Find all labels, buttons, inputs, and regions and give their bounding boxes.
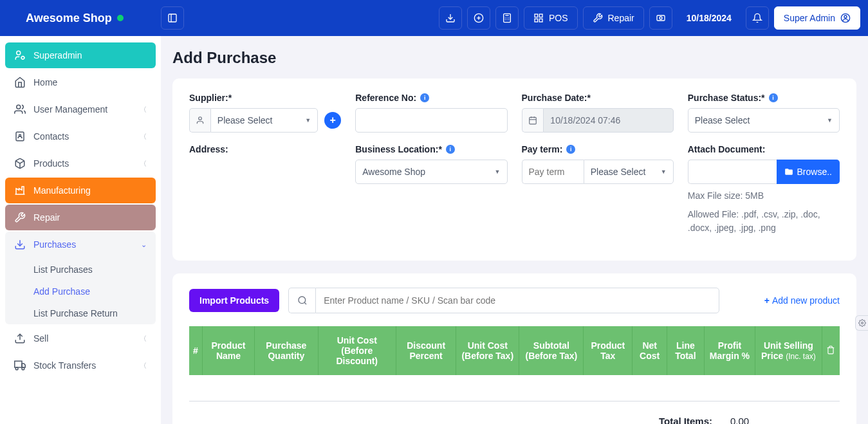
page-title: Add Purchase [172,49,856,67]
svg-point-41 [861,322,863,324]
svg-point-23 [21,57,24,60]
supplier-select[interactable]: Please Select [210,108,318,133]
home-icon [14,77,26,88]
add-supplier-button[interactable]: + [324,112,341,129]
col-product-tax: Product Tax [584,326,633,375]
cash-register-button[interactable] [649,6,672,30]
svg-rect-0 [169,14,176,22]
svg-rect-30 [15,361,22,367]
col-number: # [189,326,202,375]
purchase-date-input[interactable] [543,108,673,133]
sidebar-item-superadmin[interactable]: Superadmin [5,42,156,68]
wrench-icon [593,13,603,23]
main-content: Add Purchase Supplier:* Please Select + … [161,36,868,424]
svg-point-22 [17,51,21,55]
download-button[interactable] [439,6,462,30]
pos-button[interactable]: POS [524,6,578,30]
business-location-select[interactable]: Awesome Shop [355,160,507,184]
chevron-left-icon: 〈 [140,159,147,169]
reference-no-input[interactable] [355,108,507,133]
calendar-icon [522,108,544,133]
add-new-product-link[interactable]: + Add new product [764,295,840,306]
truck-icon [14,360,26,371]
user-menu-button[interactable]: Super Admin [774,6,860,30]
download-icon [445,13,456,23]
sidebar-item-contacts[interactable]: Contacts 〈 [5,124,156,149]
repair-label: Repair [608,13,634,23]
info-icon[interactable]: i [769,93,778,102]
panel-left-icon [167,13,178,23]
purchase-status-select[interactable]: Please Select [688,108,840,133]
svg-rect-35 [530,117,537,124]
search-icon [288,288,315,313]
package-icon [14,158,26,169]
col-delete [822,326,840,375]
sidebar-label: Contacts [33,131,69,142]
svg-point-33 [22,367,24,370]
svg-point-19 [660,17,662,19]
sidebar-item-sell[interactable]: Sell 〈 [5,326,156,351]
svg-rect-17 [539,19,542,22]
sidebar-sub-add-purchase[interactable]: Add Purchase [5,281,156,302]
add-circle-button[interactable] [467,6,490,30]
grid-icon [533,13,544,23]
purchase-date-label: Purchase Date:* [522,93,674,103]
sidebar-toggle-button[interactable] [161,6,184,30]
address-label: Address: [189,144,341,154]
status-dot-icon [117,15,124,21]
sidebar-sub-list-purchase-return[interactable]: List Purchase Return [5,302,156,324]
top-header: Awesome Shop POS Repair 10/18/2024 [0,0,868,36]
attach-document-input[interactable] [688,160,777,184]
svg-line-40 [304,302,306,304]
purchase-form-card: Supplier:* Please Select + Reference No:… [172,78,856,261]
import-products-button[interactable]: Import Products [189,289,279,312]
sidebar-sub-list-purchases[interactable]: List Purchases [5,259,156,281]
sidebar-label: Sell [33,333,48,344]
purchase-status-label: Purchase Status:* [688,93,765,103]
info-icon[interactable]: i [420,93,429,102]
upload-icon [14,333,26,344]
sidebar-item-manufacturing[interactable]: Manufacturing [5,178,156,203]
users-icon [14,104,26,115]
chevron-down-icon: ⌄ [141,241,147,249]
info-icon[interactable]: i [446,145,455,154]
pay-term-input[interactable] [522,160,584,184]
calculator-button[interactable] [495,6,519,30]
sidebar-item-products[interactable]: Products 〈 [5,151,156,176]
sidebar-label: Products [33,158,69,169]
col-discount-percent: Discount Percent [396,326,456,375]
sidebar-item-stock-transfers[interactable]: Stock Transfers 〈 [5,353,156,378]
refno-label: Reference No: [355,93,416,103]
cash-register-icon [656,13,666,23]
sidebar-label: Superadmin [33,50,82,60]
info-icon[interactable]: i [566,145,575,154]
user-icon [189,108,210,133]
svg-point-21 [844,15,847,18]
sidebar-item-home[interactable]: Home [5,69,156,95]
svg-rect-16 [535,19,538,22]
sidebar-label: Manufacturing [33,185,91,196]
settings-drawer-toggle[interactable] [855,315,868,331]
wrench-icon [14,212,26,223]
trash-icon [826,346,835,355]
header-date: 10/18/2024 [678,13,741,23]
brand-logo[interactable]: Awesome Shop [8,12,161,25]
pay-term-unit-select[interactable]: Please Select [584,160,674,184]
product-search-input[interactable] [315,288,719,313]
sidebar-label: Home [33,77,57,88]
repair-button[interactable]: Repair [583,6,644,30]
col-unit-cost-before-tax: Unit Cost (Before Tax) [456,326,519,375]
plus-icon: + [764,295,770,306]
sidebar-item-purchases[interactable]: Purchases ⌄ [5,232,156,257]
browse-button[interactable]: Browse.. [777,160,840,184]
svg-marker-31 [22,364,25,367]
notifications-button[interactable] [746,6,769,30]
sidebar-item-user-management[interactable]: User Management 〈 [5,97,156,122]
total-items-label: Total Items: [609,416,712,424]
file-hint-size: Max File size: 5MB [688,189,840,203]
sidebar-item-repair[interactable]: Repair [5,205,156,230]
folder-open-icon [784,167,793,176]
user-cog-icon [14,50,26,61]
business-location-label: Business Location:* [355,144,442,154]
col-unit-selling-price: Unit Selling Price (Inc. tax) [755,326,822,375]
